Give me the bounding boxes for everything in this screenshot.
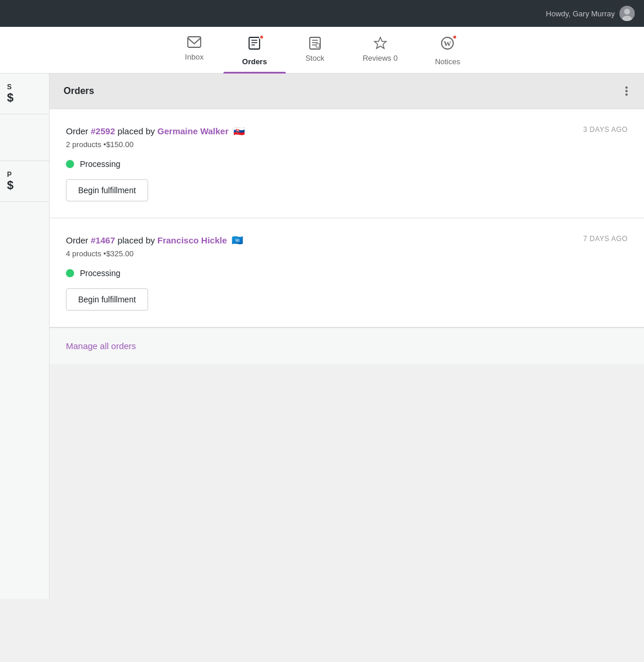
tab-orders[interactable]: Orders (223, 27, 286, 73)
order-2-status-row: Processing (66, 269, 628, 278)
order-2-customer-name[interactable]: Francisco Hickle (158, 235, 227, 245)
tab-inbox[interactable]: Inbox (165, 27, 223, 73)
order-1-meta: 2 products •$150.00 (66, 140, 628, 149)
order-1-status-row: Processing (66, 159, 628, 169)
order-1-status-dot (66, 160, 74, 168)
order-1-customer-name[interactable]: Germaine Walker (158, 126, 229, 136)
order-2-prefix: Order (66, 235, 91, 245)
order-2-header-row: Order #1467 placed by Francisco Hickle 🇺… (66, 235, 628, 246)
order-1-time: 3 DAYS AGO (583, 126, 628, 134)
user-greeting-area: Howdy, Gary Murray (546, 6, 635, 21)
svg-marker-13 (374, 37, 386, 48)
sidebar-stub-item-2: P $ (0, 161, 49, 202)
order-2-products: 4 products (66, 249, 102, 258)
avatar[interactable] (620, 6, 635, 21)
sidebar-item1-value: $ (7, 91, 42, 104)
order-2-status-dot (66, 269, 74, 277)
order-2-time: 7 DAYS AGO (583, 235, 628, 243)
manage-all-area: Manage all orders (50, 327, 644, 364)
order-card-1: Order #2592 placed by Germaine Walker 🇸🇰… (50, 109, 644, 218)
tab-stock-label: Stock (305, 54, 324, 62)
order-1-flag: 🇸🇰 (231, 126, 245, 136)
tab-stock[interactable]: Stock (286, 27, 344, 73)
svg-rect-4 (249, 37, 260, 49)
main-content: S $ P $ Orders Order #2592 placed by Ger… (0, 74, 644, 599)
tab-notices[interactable]: W Notices (416, 27, 479, 73)
sidebar-stub: S $ P $ (0, 74, 50, 599)
svg-rect-3 (188, 37, 201, 47)
greeting-text: Howdy, Gary Murray (546, 9, 615, 18)
notices-badge (452, 34, 457, 40)
order-2-fulfill-button[interactable]: Begin fulfillment (66, 288, 148, 311)
order-1-products: 2 products (66, 140, 102, 149)
order-1-amount: $150.00 (106, 140, 134, 149)
order-1-number: #2592 (91, 126, 116, 136)
svg-text:W: W (444, 39, 452, 48)
svg-point-1 (624, 9, 630, 15)
stock-icon (308, 36, 322, 50)
tab-navigation: Inbox Orders (0, 27, 644, 74)
tab-orders-label: Orders (242, 57, 267, 66)
order-2-amount: $325.00 (106, 249, 134, 258)
notices-icon: W (440, 36, 454, 54)
sidebar-item1-label: S (7, 83, 42, 91)
order-card-2: Order #1467 placed by Francisco Hickle 🇺… (50, 218, 644, 327)
order-1-fulfill-button[interactable]: Begin fulfillment (66, 179, 148, 201)
manage-all-orders-link[interactable]: Manage all orders (66, 341, 136, 351)
order-2-meta: 4 products •$325.00 (66, 249, 628, 258)
reviews-icon (373, 36, 387, 50)
order-1-prefix: Order (66, 126, 91, 136)
order-1-title: Order #2592 placed by Germaine Walker 🇸🇰 (66, 126, 245, 137)
top-bar: Howdy, Gary Murray (0, 0, 644, 27)
order-2-flag: 🇺🇳 (229, 235, 243, 245)
orders-header: Orders (50, 74, 644, 109)
order-1-header-row: Order #2592 placed by Germaine Walker 🇸🇰… (66, 126, 628, 137)
orders-icon (247, 36, 261, 54)
dot-1 (625, 86, 628, 89)
order-2-number: #1467 (91, 235, 116, 245)
inbox-icon (187, 36, 201, 49)
sidebar-stub-item-1: S $ (0, 74, 49, 114)
dot-2 (625, 90, 628, 92)
sidebar-item2-value: $ (7, 179, 42, 192)
sidebar-item2-label: P (7, 170, 42, 179)
tab-inbox-label: Inbox (185, 53, 204, 61)
tab-reviews[interactable]: Reviews 0 (344, 27, 416, 73)
order-1-status-text: Processing (80, 159, 120, 169)
tab-reviews-label: Reviews 0 (363, 54, 398, 62)
orders-badge (259, 34, 264, 40)
order-2-status-text: Processing (80, 269, 120, 278)
orders-panel-title: Orders (64, 86, 94, 96)
svg-rect-12 (316, 44, 320, 47)
sidebar-divider-1 (0, 114, 49, 161)
order-1-bullet: • (102, 140, 106, 149)
order-1-placed-by: placed by (115, 126, 158, 136)
dot-3 (625, 93, 628, 96)
order-2-title: Order #1467 placed by Francisco Hickle 🇺… (66, 235, 243, 246)
order-2-placed-by: placed by (115, 235, 158, 245)
order-2-bullet: • (102, 249, 106, 258)
tab-notices-label: Notices (435, 57, 460, 66)
more-options-button[interactable] (623, 84, 630, 98)
orders-panel: Orders Order #2592 placed by Germaine Wa… (50, 74, 644, 599)
